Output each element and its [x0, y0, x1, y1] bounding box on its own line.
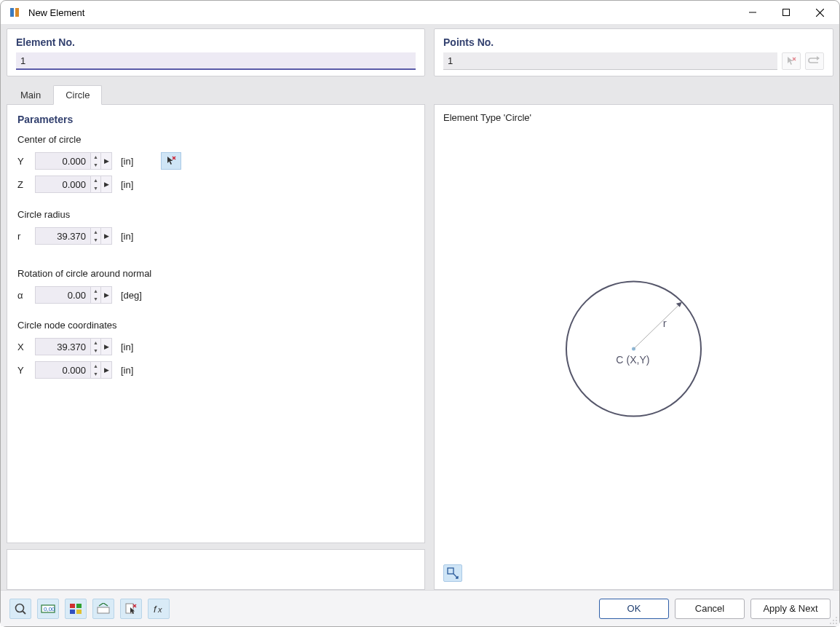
svg-text:f: f [154, 604, 157, 615]
tab-circle[interactable]: Circle [53, 85, 102, 105]
svg-rect-13 [448, 568, 453, 574]
close-button[interactable] [803, 1, 836, 23]
center-z-symbol: Z [17, 179, 29, 190]
svg-rect-0 [10, 8, 14, 17]
radius-stepper[interactable]: ▲▼ [90, 227, 100, 245]
units-button[interactable]: 0,00 [37, 599, 59, 619]
help-button[interactable] [9, 599, 31, 619]
cancel-button[interactable]: Cancel [675, 599, 745, 619]
rotation-stepper[interactable]: ▲▼ [90, 286, 100, 304]
zoom-extents-button[interactable] [443, 564, 462, 582]
points-no-panel: Points No. [434, 28, 833, 76]
reverse-icon [805, 52, 824, 70]
rotation-row: α ▲▼ ▶ [deg] [17, 286, 414, 304]
tab-body: Parameters Center of circle Y ▲▼ ▶ [in] [7, 104, 833, 590]
center-z-spinner[interactable]: ▲▼ ▶ [35, 176, 112, 193]
center-z-input[interactable] [35, 176, 90, 193]
ok-button[interactable]: OK [599, 599, 669, 619]
node-y-stepper[interactable]: ▲▼ [90, 361, 100, 379]
center-z-unit: [in] [121, 179, 133, 190]
svg-point-29 [833, 620, 834, 621]
svg-rect-22 [98, 607, 109, 613]
center-y-menu[interactable]: ▶ [100, 152, 112, 170]
svg-rect-19 [76, 604, 82, 608]
radius-symbol: r [17, 231, 29, 242]
svg-point-30 [836, 620, 837, 621]
node-x-input[interactable] [35, 338, 90, 355]
points-no-input[interactable] [443, 52, 777, 70]
node-y-unit: [in] [121, 365, 133, 376]
preview-footer [443, 560, 824, 582]
function-button[interactable]: fx [148, 599, 170, 619]
node-y-input[interactable] [35, 361, 90, 379]
center-z-row: Z ▲▼ ▶ [in] [17, 176, 414, 193]
tab-main[interactable]: Main [8, 85, 53, 105]
svg-text:x: x [157, 605, 162, 614]
node-x-symbol: X [17, 342, 29, 352]
svg-text:0,00: 0,00 [44, 606, 55, 612]
window-title: New Element [28, 7, 84, 18]
svg-point-28 [836, 617, 837, 618]
radius-label: Circle radius [17, 209, 414, 220]
element-no-label: Element No. [16, 36, 416, 48]
center-y-row: Y ▲▼ ▶ [in] [17, 152, 414, 170]
color-button[interactable] [65, 599, 87, 619]
rotation-input[interactable] [35, 286, 90, 304]
rotation-label: Rotation of circle around normal [17, 268, 414, 279]
rotation-symbol: α [17, 290, 29, 301]
radius-row: r ▲▼ ▶ [in] [17, 227, 414, 245]
resize-grip-icon[interactable] [829, 616, 838, 625]
pick-points-icon [782, 52, 801, 70]
titlebar: New Element [1, 1, 839, 24]
node-y-spinner[interactable]: ▲▼ ▶ [35, 361, 112, 379]
maximize-button[interactable] [769, 1, 803, 23]
svg-rect-1 [15, 8, 19, 17]
center-y-unit: [in] [121, 156, 133, 167]
svg-point-32 [833, 623, 834, 624]
rotation-spinner[interactable]: ▲▼ ▶ [35, 286, 112, 304]
tabs: Main Circle Parameters Center of circle … [7, 85, 833, 590]
center-y-spinner[interactable]: ▲▼ ▶ [35, 152, 112, 170]
node-x-menu[interactable]: ▶ [100, 338, 112, 355]
preview-title: Element Type 'Circle' [443, 112, 824, 123]
preview-canvas: r C (X,Y) [443, 123, 824, 560]
apply-next-button[interactable]: Apply & Next [750, 599, 831, 619]
node-label: Circle node coordinates [17, 320, 414, 331]
parameters-title: Parameters [17, 114, 414, 125]
svg-rect-18 [70, 604, 75, 608]
note-panel [7, 549, 425, 590]
center-annotation: C (X,Y) [616, 354, 649, 366]
rotation-menu[interactable]: ▶ [100, 286, 112, 304]
preview-panel: Element Type 'Circle' r C (X,Y) [434, 104, 833, 590]
node-x-row: X ▲▼ ▶ [in] [17, 338, 414, 355]
pick-button[interactable] [120, 599, 142, 619]
top-row: Element No. Points No. [7, 28, 833, 76]
pick-center-button[interactable] [161, 152, 181, 170]
dialog-window: New Element Element No. Points No. [0, 0, 840, 627]
radius-input[interactable] [35, 227, 90, 245]
rotation-unit: [deg] [121, 290, 142, 301]
view-button[interactable] [92, 599, 114, 619]
parameters-panel: Parameters Center of circle Y ▲▼ ▶ [in] [7, 104, 425, 543]
minimize-button[interactable] [736, 1, 769, 23]
radius-spinner[interactable]: ▲▼ ▶ [35, 227, 112, 245]
dialog-footer: 0,00 fx OK Cancel Apply & Next [1, 590, 839, 626]
node-y-row: Y ▲▼ ▶ [in] [17, 361, 414, 379]
app-icon [8, 5, 23, 20]
element-no-input[interactable] [16, 52, 416, 70]
center-z-menu[interactable]: ▶ [100, 176, 112, 193]
node-x-stepper[interactable]: ▲▼ [90, 338, 100, 355]
right-column: Element Type 'Circle' r C (X,Y) [434, 104, 833, 590]
element-no-panel: Element No. [7, 28, 425, 76]
center-z-stepper[interactable]: ▲▼ [90, 176, 100, 193]
center-y-input[interactable] [35, 152, 90, 170]
node-y-menu[interactable]: ▶ [100, 361, 112, 379]
svg-line-12 [634, 302, 682, 349]
tabstrip: Main Circle [7, 85, 833, 104]
client-area: Element No. Points No. [1, 24, 839, 590]
radius-menu[interactable]: ▶ [100, 227, 112, 245]
node-x-spinner[interactable]: ▲▼ ▶ [35, 338, 112, 355]
center-label: Center of circle [17, 134, 414, 145]
center-y-stepper[interactable]: ▲▼ [90, 152, 100, 170]
points-no-label: Points No. [443, 36, 824, 48]
